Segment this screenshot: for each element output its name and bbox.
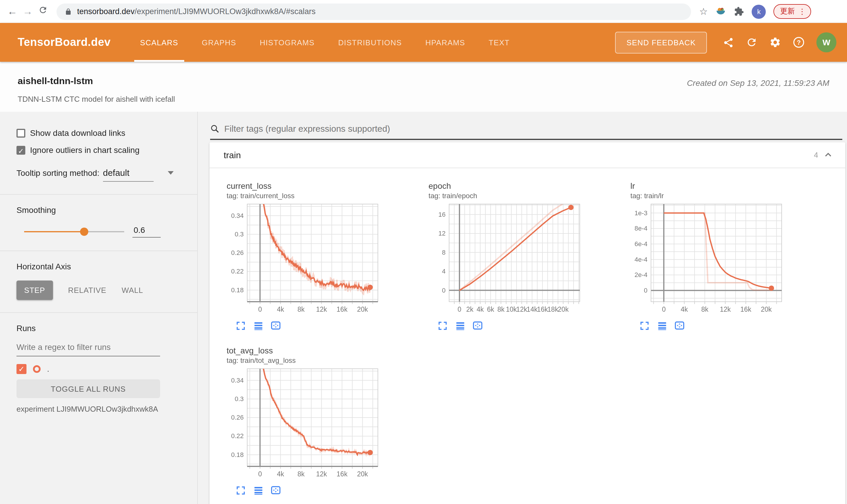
experiment-id-note: experiment LJI9MWUORLOw3jkdhxwk8A bbox=[16, 404, 181, 413]
chart-title: tot_avg_loss bbox=[224, 346, 426, 355]
tab-histograms[interactable]: HISTOGRAMS bbox=[259, 23, 316, 62]
chart-plot[interactable]: 048121602k4k6k8k10k12k14k16k18k20k bbox=[426, 202, 627, 319]
checkbox-checked[interactable]: ✓ bbox=[16, 146, 25, 155]
chart-plot[interactable]: 0.180.220.260.30.3404k8k12k16k20k bbox=[224, 202, 426, 319]
account-avatar[interactable]: W bbox=[816, 32, 836, 52]
filter-tags-input[interactable]: Filter tags (regular expressions support… bbox=[210, 119, 842, 140]
fit-domain-icon[interactable] bbox=[271, 321, 281, 330]
smoothing-slider[interactable] bbox=[24, 227, 124, 236]
svg-text:16: 16 bbox=[438, 211, 446, 218]
axis-step-button[interactable]: STEP bbox=[16, 281, 53, 300]
browser-back-icon[interactable]: ← bbox=[5, 5, 20, 17]
svg-text:10k: 10k bbox=[506, 306, 517, 313]
svg-text:6k: 6k bbox=[487, 306, 495, 313]
svg-text:2e-4: 2e-4 bbox=[635, 271, 647, 278]
svg-text:8k: 8k bbox=[701, 306, 709, 313]
svg-text:0.22: 0.22 bbox=[231, 432, 244, 439]
share-icon[interactable] bbox=[721, 35, 735, 49]
scalar-chart: lr tag: train/lr 02e-44e-46e-48e-41e-304… bbox=[627, 181, 829, 330]
chrome-update-button[interactable]: 更新 ⋮ bbox=[774, 4, 811, 19]
axis-relative-button[interactable]: RELATIVE bbox=[68, 286, 106, 295]
svg-text:0: 0 bbox=[457, 306, 462, 313]
svg-text:18k: 18k bbox=[548, 306, 558, 313]
url-bar[interactable]: tensorboard.dev/experiment/LJI9MWUORLOw3… bbox=[56, 3, 691, 20]
checkbox-label: Show data download links bbox=[30, 128, 125, 138]
browser-profile-avatar[interactable]: k bbox=[752, 4, 766, 19]
svg-text:6e-4: 6e-4 bbox=[635, 240, 647, 248]
extension-salad-icon[interactable] bbox=[715, 6, 727, 17]
chart-tag: tag: train/current_loss bbox=[224, 192, 426, 200]
expand-chart-icon[interactable] bbox=[236, 485, 245, 495]
update-label: 更新 bbox=[780, 6, 795, 16]
fit-domain-icon[interactable] bbox=[675, 321, 685, 330]
svg-text:16k: 16k bbox=[741, 306, 751, 313]
run-checkbox[interactable]: ✓ bbox=[16, 364, 27, 374]
search-icon bbox=[210, 124, 220, 133]
tab-scalars[interactable]: SCALARS bbox=[139, 23, 179, 62]
tab-hparams[interactable]: HPARAMS bbox=[424, 23, 466, 62]
checkbox-unchecked[interactable] bbox=[16, 128, 25, 137]
scalar-chart: epoch tag: train/epoch 048121602k4k6k8k1… bbox=[426, 181, 627, 330]
svg-text:2k: 2k bbox=[466, 306, 473, 313]
log-scale-icon[interactable] bbox=[657, 321, 667, 330]
tab-graphs[interactable]: GRAPHS bbox=[201, 23, 238, 62]
send-feedback-button[interactable]: SEND FEEDBACK bbox=[616, 32, 707, 53]
svg-text:12k: 12k bbox=[720, 306, 731, 313]
smoothing-value-input[interactable]: 0.6 bbox=[133, 225, 161, 238]
svg-text:0.22: 0.22 bbox=[231, 268, 244, 275]
svg-text:0.3: 0.3 bbox=[235, 231, 244, 238]
slider-thumb[interactable] bbox=[80, 227, 88, 236]
chart-title: epoch bbox=[426, 181, 627, 191]
chevron-down-icon bbox=[168, 171, 174, 175]
svg-text:4k: 4k bbox=[477, 306, 484, 313]
checkbox-label: Ignore outliers in chart scaling bbox=[30, 145, 139, 155]
fit-domain-icon[interactable] bbox=[473, 321, 483, 330]
log-scale-icon[interactable] bbox=[253, 485, 263, 495]
refresh-icon[interactable] bbox=[745, 35, 759, 49]
experiment-header: aishell-tdnn-lstm TDNN-LSTM CTC model fo… bbox=[0, 62, 847, 112]
expand-chart-icon[interactable] bbox=[236, 321, 245, 330]
fit-domain-icon[interactable] bbox=[271, 485, 281, 495]
chart-plot[interactable]: 0.180.220.260.30.3404k8k12k16k20k bbox=[224, 366, 426, 484]
runs-label: Runs bbox=[16, 323, 181, 333]
axis-wall-button[interactable]: WALL bbox=[122, 286, 143, 295]
chart-plot[interactable]: 02e-44e-46e-48e-41e-304k8k12k16k20k bbox=[627, 202, 829, 319]
tooltip-sorting-select[interactable]: default bbox=[103, 168, 154, 182]
run-name: . bbox=[47, 365, 49, 374]
browser-refresh-icon[interactable] bbox=[35, 5, 51, 18]
expand-chart-icon[interactable] bbox=[437, 321, 447, 330]
ignore-outliers-checkbox-row[interactable]: ✓ Ignore outliers in chart scaling bbox=[16, 145, 181, 155]
scalar-chart: tot_avg_loss tag: train/tot_avg_loss 0.1… bbox=[224, 346, 426, 495]
log-scale-icon[interactable] bbox=[253, 321, 263, 330]
svg-text:0.18: 0.18 bbox=[231, 286, 244, 294]
nav-tabs: SCALARS GRAPHS HISTOGRAMS DISTRIBUTIONS … bbox=[139, 23, 532, 62]
show-download-links-checkbox-row[interactable]: Show data download links bbox=[16, 128, 181, 138]
extensions-puzzle-icon[interactable] bbox=[734, 6, 744, 16]
expand-chart-icon[interactable] bbox=[639, 321, 649, 330]
runs-regex-input[interactable]: Write a regex to filter runs bbox=[16, 342, 160, 356]
tab-text[interactable]: TEXT bbox=[487, 23, 511, 62]
collapse-chevron-icon[interactable] bbox=[823, 150, 833, 160]
svg-text:16k: 16k bbox=[337, 306, 348, 313]
bookmark-star-icon[interactable]: ☆ bbox=[699, 6, 708, 17]
svg-text:12k: 12k bbox=[516, 306, 528, 313]
svg-text:8e-4: 8e-4 bbox=[635, 224, 647, 232]
svg-text:0.34: 0.34 bbox=[231, 212, 244, 219]
help-icon[interactable]: ? bbox=[792, 35, 806, 49]
filter-placeholder: Filter tags (regular expressions support… bbox=[224, 124, 390, 133]
svg-text:0.3: 0.3 bbox=[235, 395, 244, 402]
tooltip-sorting-label: Tooltip sorting method: bbox=[16, 168, 100, 178]
log-scale-icon[interactable] bbox=[455, 321, 465, 330]
toggle-all-runs-button[interactable]: TOGGLE ALL RUNS bbox=[16, 379, 160, 398]
run-row[interactable]: ✓ . bbox=[16, 364, 181, 374]
settings-gear-icon[interactable] bbox=[768, 35, 782, 49]
browser-forward-icon[interactable]: → bbox=[20, 5, 35, 17]
chart-tag: tag: train/epoch bbox=[426, 192, 627, 200]
svg-text:1e-3: 1e-3 bbox=[635, 209, 647, 217]
svg-text:20k: 20k bbox=[357, 470, 368, 478]
tab-distributions[interactable]: DISTRIBUTIONS bbox=[337, 23, 403, 62]
svg-text:0: 0 bbox=[644, 287, 647, 294]
app-logo: TensorBoard.dev bbox=[18, 36, 111, 49]
svg-text:16k: 16k bbox=[337, 470, 348, 478]
svg-text:4k: 4k bbox=[277, 470, 284, 478]
